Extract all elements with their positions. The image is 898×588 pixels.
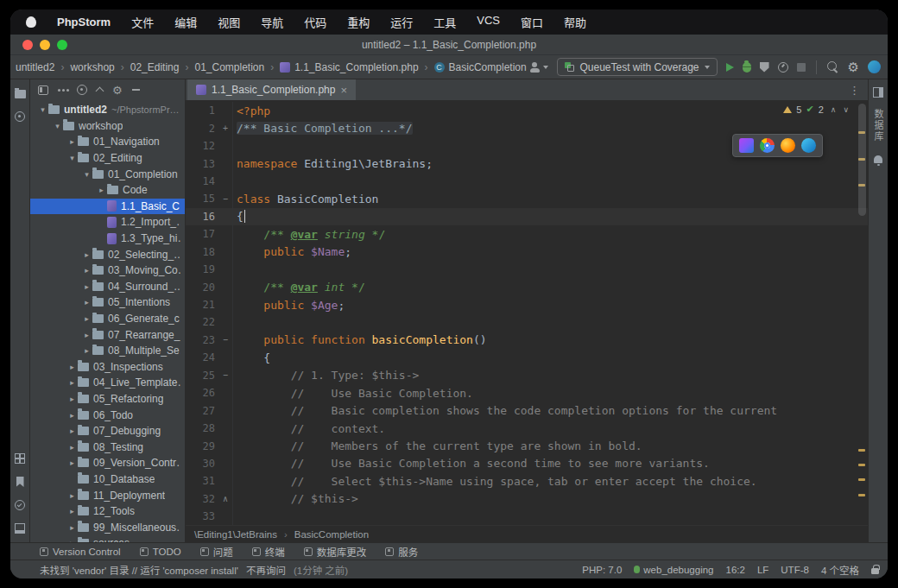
scrollbar-thumb[interactable]	[858, 104, 866, 216]
edge-browser-icon[interactable]	[801, 138, 816, 153]
tree-chevron-icon[interactable]: ▸	[66, 443, 78, 452]
breadcrumb-item[interactable]: untitled2	[16, 61, 54, 73]
code-line[interactable]: 16 {	[186, 208, 868, 225]
line-separator-widget[interactable]: LF	[757, 565, 768, 575]
zoom-window-button[interactable]	[57, 40, 67, 50]
tree-chevron-icon[interactable]: ▸	[66, 427, 78, 435]
tree-row[interactable]: ▸ Code	[30, 182, 185, 199]
code-line[interactable]: 26 // Use Basic Completion.	[186, 384, 868, 401]
tree-chevron-icon[interactable]: ▾	[81, 170, 92, 179]
project-tool-icon[interactable]	[15, 90, 26, 98]
menu-item[interactable]: 重构	[347, 14, 370, 30]
editor-breadcrumb-item[interactable]: \Editing1\JetBrains	[194, 529, 277, 540]
code-line[interactable]: 25 − // 1. Type: $this->	[186, 367, 868, 384]
tree-chevron-icon[interactable]: ▸	[66, 137, 78, 146]
tree-chevron-icon[interactable]: ▾	[52, 122, 63, 130]
menu-item[interactable]: 帮助	[564, 14, 586, 30]
menu-item[interactable]: 编辑	[174, 14, 197, 30]
code-line[interactable]: 13 namespace Editing1\JetBrains;	[186, 155, 868, 172]
previous-problem-icon[interactable]	[831, 105, 837, 114]
tree-chevron-icon[interactable]: ▸	[66, 523, 78, 532]
tree-row[interactable]: ▸ 06_Todo	[30, 407, 185, 423]
layout-tool-icon[interactable]	[15, 523, 25, 534]
tool-window-button[interactable]: TODO	[140, 547, 181, 557]
fold-icon[interactable]: ∧	[218, 494, 232, 503]
tree-chevron-icon[interactable]: ▸	[66, 507, 78, 515]
coverage-button[interactable]	[760, 62, 769, 73]
tree-row[interactable]: ▸ 07_Debugging	[30, 423, 185, 439]
tree-row[interactable]: ▸ sources	[30, 535, 185, 542]
tool-window-button[interactable]: 问题	[200, 545, 233, 559]
breadcrumb-item[interactable]: 02_Editing	[115, 61, 180, 73]
code-with-me-icon[interactable]	[868, 60, 881, 73]
tree-row[interactable]: ▾ 02_Editing	[30, 150, 185, 167]
tree-row[interactable]: ▸ 09_Version_Contr…	[30, 455, 185, 471]
breadcrumb-item[interactable]: BasicCompletion	[419, 61, 527, 73]
code-line[interactable]: 23 − public function basicCompletion()	[186, 332, 868, 349]
search-everywhere-icon[interactable]	[827, 61, 839, 73]
tree-chevron-icon[interactable]: ▸	[66, 491, 78, 500]
tree-row[interactable]: ▸ 01_Navigation	[30, 134, 185, 150]
right-panel-icon[interactable]	[873, 87, 883, 98]
code-line[interactable]: 29 // Members of the current type are sh…	[186, 437, 868, 454]
inspections-widget[interactable]: 5 2	[783, 104, 849, 115]
hide-panel-icon[interactable]	[132, 89, 140, 91]
debug-button[interactable]	[743, 62, 751, 73]
minimize-window-button[interactable]	[40, 40, 50, 50]
settings-gear-icon[interactable]	[848, 60, 859, 74]
app-menu-title[interactable]: PhpStorm	[57, 16, 111, 28]
tree-row[interactable]: ▸ 07_Rearrange_…	[30, 326, 185, 343]
notifications-bell-icon[interactable]	[874, 155, 882, 163]
indent-widget[interactable]: 4 个空格	[821, 563, 859, 577]
tree-chevron-icon[interactable]: ▸	[66, 363, 78, 371]
tree-row[interactable]: ▸ 08_Testing	[30, 439, 185, 455]
editor-content[interactable]: 1 <?php 2 + /	[186, 100, 868, 525]
panel-settings-gear-icon[interactable]	[112, 82, 123, 98]
breadcrumb-item[interactable]: 01_Completion	[179, 61, 264, 73]
code-line[interactable]: 18 public $Name;	[186, 243, 868, 261]
lock-icon[interactable]	[871, 568, 879, 574]
php-version-widget[interactable]: PHP: 7.0	[582, 565, 622, 575]
editor-breadcrumb-item[interactable]: BasicCompletion	[277, 529, 369, 540]
next-problem-icon[interactable]	[843, 105, 849, 114]
tool-window-button[interactable]: Version Control	[40, 547, 121, 557]
tool-window-button[interactable]: 终端	[252, 545, 285, 559]
run-button[interactable]	[726, 63, 734, 72]
tree-row[interactable]: ▸ 02_Selecting_…	[30, 246, 185, 262]
menu-item[interactable]: 代码	[304, 14, 326, 30]
tree-row[interactable]: ▸ 06_Generate_c…	[30, 311, 185, 327]
more-options-icon[interactable]	[58, 89, 60, 92]
code-line[interactable]: 21 public $Age;	[186, 296, 868, 313]
code-line[interactable]: 15 − class BasicCompletion	[186, 190, 868, 207]
tree-row[interactable]: ▸ 03_Moving_Co…	[30, 262, 185, 279]
tree-chevron-icon[interactable]: ▸	[66, 411, 78, 420]
tree-row[interactable]: 1.2_Import_…	[30, 214, 185, 231]
user-menu[interactable]	[528, 61, 548, 73]
tab-options-kebab-icon[interactable]	[849, 82, 868, 98]
fold-icon[interactable]: +	[218, 123, 232, 133]
code-line[interactable]: 17 /** @var string */	[186, 225, 868, 243]
code-line[interactable]: 28 // context.	[186, 420, 868, 437]
code-line[interactable]: 33	[186, 508, 868, 525]
tree-row[interactable]: ▸ 99_Miscellaneous…	[30, 519, 185, 535]
tree-chevron-icon[interactable]: ▸	[66, 539, 78, 542]
structure-tool-icon[interactable]	[15, 453, 25, 464]
chrome-browser-icon[interactable]	[760, 138, 775, 153]
status-action-link[interactable]: 不再询问	[246, 563, 286, 577]
tree-row[interactable]: ▸ 05_Refactoring	[30, 391, 185, 408]
tree-row[interactable]: ▾ 01_Completion	[30, 166, 185, 182]
tree-chevron-icon[interactable]: ▸	[66, 395, 78, 403]
tool-window-button[interactable]: 服务	[385, 545, 418, 559]
breadcrumb-item[interactable]: workshop	[54, 61, 114, 73]
fold-icon[interactable]: −	[218, 335, 232, 345]
todo-tool-icon[interactable]	[15, 500, 25, 510]
tree-chevron-icon[interactable]: ▸	[81, 346, 92, 355]
breadcrumb-item[interactable]: 1.1_Basic_Completion.php	[264, 61, 418, 73]
tree-row[interactable]: 1.1_Basic_C…	[30, 199, 185, 215]
code-line[interactable]: 19	[186, 261, 868, 278]
firefox-browser-icon[interactable]	[781, 138, 795, 153]
code-line[interactable]: 20 /** @var int */	[186, 278, 868, 295]
close-window-button[interactable]	[22, 40, 33, 50]
tree-chevron-icon[interactable]: ▸	[96, 186, 107, 194]
commit-tool-icon[interactable]	[15, 111, 25, 122]
